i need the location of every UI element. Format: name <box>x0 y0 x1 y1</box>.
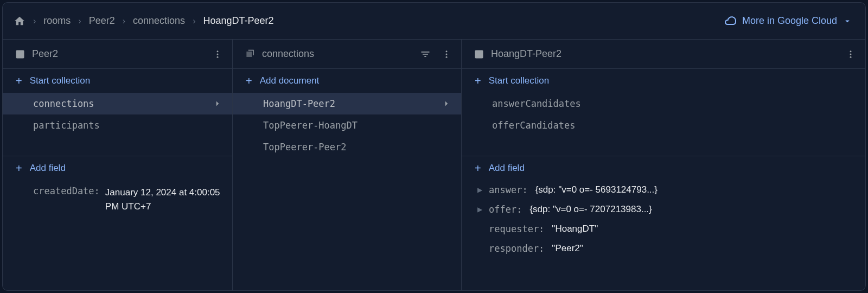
chevron-right-icon: › <box>33 16 36 26</box>
document-item-label: TopPeerer-Peer2 <box>263 142 451 152</box>
cloud-icon <box>724 15 737 28</box>
svg-point-3 <box>446 50 448 52</box>
columns: Peer2 + Start collection connections par… <box>3 40 865 290</box>
start-collection-label: Start collection <box>30 75 91 86</box>
collection-item[interactable]: offerCandidates <box>462 114 865 136</box>
document-column-peer2: Peer2 + Start collection connections par… <box>3 40 233 290</box>
documents-list: HoangDT-Peer2 TopPeerer-HoangDT TopPeere… <box>233 93 461 158</box>
document-item[interactable]: TopPeerer-Peer2 <box>233 136 461 158</box>
field-key: offer: <box>489 204 522 215</box>
collection-column-connections: connections + Add document HoangDT-Peer2 <box>233 40 462 290</box>
collection-icon <box>245 49 256 60</box>
plus-icon: + <box>475 163 481 174</box>
document-icon <box>15 49 25 60</box>
plus-icon: + <box>475 75 481 86</box>
column-header: HoangDT-Peer2 <box>462 40 865 69</box>
chevron-down-icon <box>843 16 852 26</box>
breadcrumb: › rooms › Peer2 › connections › HoangDT-… <box>14 15 724 27</box>
column-title: HoangDT-Peer2 <box>491 48 837 60</box>
svg-point-0 <box>217 50 219 52</box>
field-row[interactable]: ▶ responder: "Peer2" <box>462 239 865 258</box>
field-key: answer: <box>489 184 528 195</box>
column-title: Peer2 <box>32 48 204 60</box>
more-menu-button[interactable] <box>844 47 858 61</box>
collection-item[interactable]: participants <box>3 114 232 136</box>
plus-icon: + <box>16 163 22 174</box>
add-document-button[interactable]: + Add document <box>233 69 461 93</box>
svg-point-2 <box>217 56 219 58</box>
chevron-right-icon: › <box>123 16 125 26</box>
more-menu-button[interactable] <box>210 47 225 61</box>
start-collection-button[interactable]: + Start collection <box>462 69 865 93</box>
field-value: January 12, 2024 at 4:00:05 PM UTC+7 <box>105 186 225 213</box>
svg-point-5 <box>446 56 448 58</box>
field-value: {sdp: "v=0 o=- 7207213983...} <box>529 204 652 215</box>
collection-item-label: offerCandidates <box>492 120 856 131</box>
chevron-right-icon: › <box>78 16 81 26</box>
field-key: responder: <box>489 243 544 254</box>
field-row[interactable]: ▶ answer: {sdp: "v=0 o=- 5693124793...} <box>462 180 865 200</box>
more-cloud-label: More in Google Cloud <box>742 15 837 27</box>
column-title: connections <box>262 48 411 60</box>
document-item-label: TopPeerer-HoangDT <box>263 120 451 131</box>
add-field-button[interactable]: + Add field <box>462 156 865 180</box>
document-column-hoangdt-peer2: HoangDT-Peer2 + Start collection answerC… <box>462 40 865 290</box>
collection-item-label: connections <box>33 98 213 109</box>
breadcrumb-item[interactable]: connections <box>133 15 185 27</box>
chevron-right-icon: › <box>193 16 195 26</box>
fields-section: + Add field ▶ answer: {sdp: "v=0 o=- 569… <box>462 156 865 258</box>
document-icon <box>474 49 484 60</box>
field-value: {sdp: "v=0 o=- 5693124793...} <box>535 184 658 195</box>
field-key: createdDate: <box>33 186 100 196</box>
add-field-label: Add field <box>30 163 66 174</box>
column-header: Peer2 <box>3 40 232 69</box>
document-item-label: HoangDT-Peer2 <box>263 98 442 109</box>
svg-point-6 <box>850 50 852 52</box>
collection-item[interactable]: connections <box>3 93 232 114</box>
fields-section: + Add field createdDate: January 12, 202… <box>3 156 232 213</box>
svg-point-4 <box>446 53 448 55</box>
add-document-label: Add document <box>260 75 320 86</box>
svg-point-7 <box>850 53 852 55</box>
collection-item[interactable]: answerCandidates <box>462 93 865 114</box>
collections-list: connections participants <box>3 93 232 136</box>
svg-point-8 <box>850 56 852 58</box>
collections-list: answerCandidates offerCandidates <box>462 93 865 136</box>
document-item[interactable]: TopPeerer-HoangDT <box>233 114 461 136</box>
svg-point-1 <box>217 53 219 55</box>
expand-caret-icon[interactable]: ▶ <box>475 206 484 213</box>
expand-caret-icon[interactable]: ▶ <box>475 186 484 194</box>
more-menu-button[interactable] <box>439 47 454 61</box>
add-field-button[interactable]: + Add field <box>3 156 232 180</box>
plus-icon: + <box>16 75 22 86</box>
field-row[interactable]: ▶ offer: {sdp: "v=0 o=- 7207213983...} <box>462 200 865 219</box>
breadcrumb-item[interactable]: Peer2 <box>89 15 115 27</box>
plus-icon: + <box>246 75 252 86</box>
field-row[interactable]: ▶ requester: "HoangDT" <box>462 219 865 239</box>
field-key: requester: <box>489 224 544 234</box>
more-in-google-cloud-button[interactable]: More in Google Cloud <box>724 15 852 28</box>
chevron-right-icon <box>213 99 222 109</box>
column-header: connections <box>233 40 461 69</box>
field-value: "HoangDT" <box>552 224 598 234</box>
breadcrumb-item-active[interactable]: HoangDT-Peer2 <box>203 15 273 27</box>
collection-item-label: participants <box>33 120 222 131</box>
field-row[interactable]: createdDate: January 12, 2024 at 4:00:05… <box>3 180 232 213</box>
chevron-right-icon <box>442 99 451 109</box>
start-collection-label: Start collection <box>489 75 550 86</box>
filter-button[interactable] <box>418 47 433 62</box>
document-item[interactable]: HoangDT-Peer2 <box>233 93 461 114</box>
topbar: › rooms › Peer2 › connections › HoangDT-… <box>3 3 865 40</box>
add-field-label: Add field <box>489 163 525 174</box>
home-icon[interactable] <box>14 15 25 27</box>
breadcrumb-item[interactable]: rooms <box>43 15 71 27</box>
field-value: "Peer2" <box>552 243 583 254</box>
start-collection-button[interactable]: + Start collection <box>3 69 232 93</box>
collection-item-label: answerCandidates <box>492 98 856 109</box>
